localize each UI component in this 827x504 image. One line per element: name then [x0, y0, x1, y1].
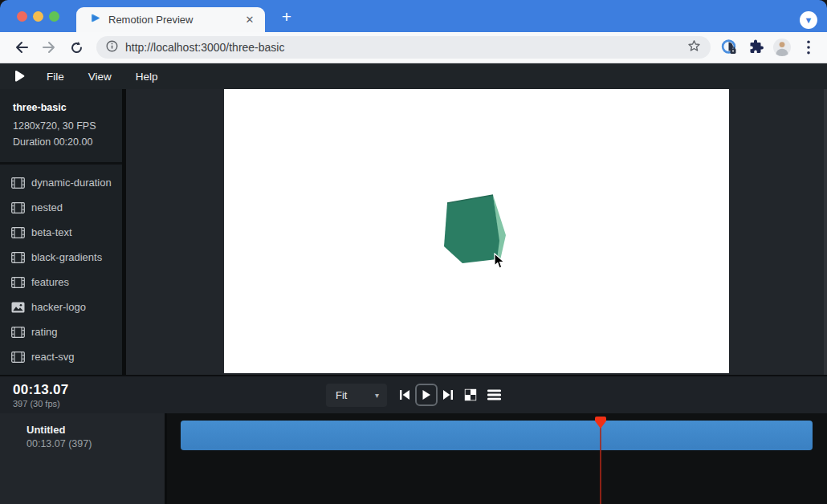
sidebar-item-label: dynamic-duration — [31, 177, 112, 189]
playhead-marker[interactable] — [595, 417, 606, 429]
composition-list: dynamic-duration nested beta-text black-… — [0, 165, 122, 369]
track-time: 00:13.07 (397) — [26, 438, 165, 449]
playhead-line[interactable] — [600, 422, 601, 504]
forward-icon[interactable] — [38, 36, 60, 59]
zoom-fit-dropdown[interactable]: Fit ▾ — [326, 384, 387, 407]
sidebar-item-label: black-gradients — [31, 251, 102, 263]
current-frame-info: 397 (30 fps) — [13, 399, 69, 408]
image-icon — [11, 302, 25, 313]
close-window-button[interactable] — [17, 11, 27, 22]
sidebar-item-label: hacker-logo — [31, 301, 86, 313]
film-icon — [11, 227, 25, 238]
browser-titlebar: Remotion Preview ✕ + ▼ — [0, 0, 827, 32]
menu-view[interactable]: View — [88, 71, 112, 83]
main-area: three-basic 1280x720, 30 FPS Duration 00… — [0, 89, 827, 375]
menu-file[interactable]: File — [47, 71, 64, 83]
player-controls-bar: 00:13.07 397 (30 fps) Fit ▾ — [0, 375, 827, 413]
zoom-window-button[interactable] — [49, 11, 59, 22]
hamburger-menu-icon[interactable] — [487, 389, 501, 400]
site-info-icon[interactable] — [106, 40, 118, 55]
timeline-panel: Untitled 00:13.07 (397) — [0, 413, 827, 504]
sidebar-item-label: nested — [31, 201, 63, 213]
transport-controls: Fit ▾ — [326, 376, 501, 413]
tab-title: Remotion Preview — [108, 14, 242, 26]
browser-window: Remotion Preview ✕ + ▼ http://localhost:… — [0, 0, 827, 504]
film-icon — [11, 252, 25, 263]
composition-duration: Duration 00:20.00 — [13, 136, 122, 148]
scrollbar-track[interactable] — [824, 89, 827, 375]
chevron-down-icon: ▾ — [375, 391, 379, 400]
current-timecode: 00:13.07 — [13, 382, 69, 398]
menu-help[interactable]: Help — [136, 71, 158, 83]
browser-menu-kebab-icon[interactable] — [798, 37, 819, 58]
browser-toolbar: http://localhost:3000/three-basic — [0, 32, 827, 63]
remotion-logo-icon[interactable] — [13, 69, 26, 83]
sidebar-item-black-gradients[interactable]: black-gradients — [0, 245, 122, 270]
sidebar-item-label: features — [31, 276, 69, 288]
sidebar-item-beta-text[interactable]: beta-text — [0, 220, 122, 245]
profile-avatar[interactable] — [772, 37, 792, 58]
film-icon — [11, 202, 25, 213]
sidebar-item-label: beta-text — [31, 226, 72, 238]
app-menubar: File View Help — [0, 63, 827, 89]
chevron-down-icon[interactable]: ▼ — [800, 11, 817, 29]
three-basic-cube — [224, 89, 729, 373]
mouse-cursor-icon — [494, 253, 506, 270]
time-display: 00:13.07 397 (30 fps) — [13, 382, 69, 408]
skip-to-end-button[interactable] — [442, 389, 454, 400]
extension-area — [719, 37, 819, 58]
back-icon[interactable] — [10, 36, 33, 59]
timeline-track-header: Untitled 00:13.07 (397) — [0, 413, 165, 504]
preview-area — [126, 89, 827, 375]
browser-tab[interactable]: Remotion Preview ✕ — [76, 7, 265, 32]
sidebar-item-hacker-logo[interactable]: hacker-logo — [0, 295, 122, 319]
timeline-track-area[interactable] — [167, 413, 827, 504]
sidebar-item-label: react-svg — [31, 351, 74, 363]
track-name: Untitled — [26, 424, 165, 436]
password-manager-icon[interactable] — [719, 37, 739, 58]
extensions-puzzle-icon[interactable] — [745, 37, 766, 58]
bookmark-star-icon[interactable] — [687, 39, 701, 56]
film-icon — [11, 352, 25, 363]
skip-to-start-button[interactable] — [399, 389, 410, 400]
sidebar-item-rating[interactable]: rating — [0, 319, 122, 344]
sequence-bar[interactable] — [181, 421, 813, 450]
sidebar-item-dynamic-duration[interactable]: dynamic-duration — [0, 170, 122, 195]
film-icon — [11, 327, 25, 338]
remotion-favicon-icon — [89, 12, 101, 27]
transparency-checkerboard-toggle[interactable] — [464, 388, 477, 401]
compositions-sidebar: three-basic 1280x720, 30 FPS Duration 00… — [0, 89, 122, 375]
composition-name: three-basic — [13, 102, 122, 113]
reload-icon[interactable] — [65, 36, 88, 59]
current-composition-info: three-basic 1280x720, 30 FPS Duration 00… — [0, 89, 122, 165]
sidebar-item-label: rating — [31, 326, 58, 338]
film-icon — [11, 277, 25, 288]
sidebar-item-features[interactable]: features — [0, 270, 122, 295]
url-bar[interactable]: http://localhost:3000/three-basic — [96, 36, 711, 59]
play-button[interactable] — [415, 384, 438, 406]
composition-resolution: 1280x720, 30 FPS — [13, 120, 122, 132]
tab-close-icon[interactable]: ✕ — [242, 13, 257, 27]
url-text[interactable]: http://localhost:3000/three-basic — [125, 41, 687, 54]
sidebar-item-react-svg[interactable]: react-svg — [0, 344, 122, 369]
video-canvas[interactable] — [224, 89, 729, 373]
film-icon — [11, 177, 25, 189]
minimize-window-button[interactable] — [33, 11, 43, 22]
sidebar-item-nested[interactable]: nested — [0, 195, 122, 220]
fit-dropdown-value: Fit — [336, 389, 375, 401]
new-tab-button[interactable]: + — [276, 6, 297, 27]
